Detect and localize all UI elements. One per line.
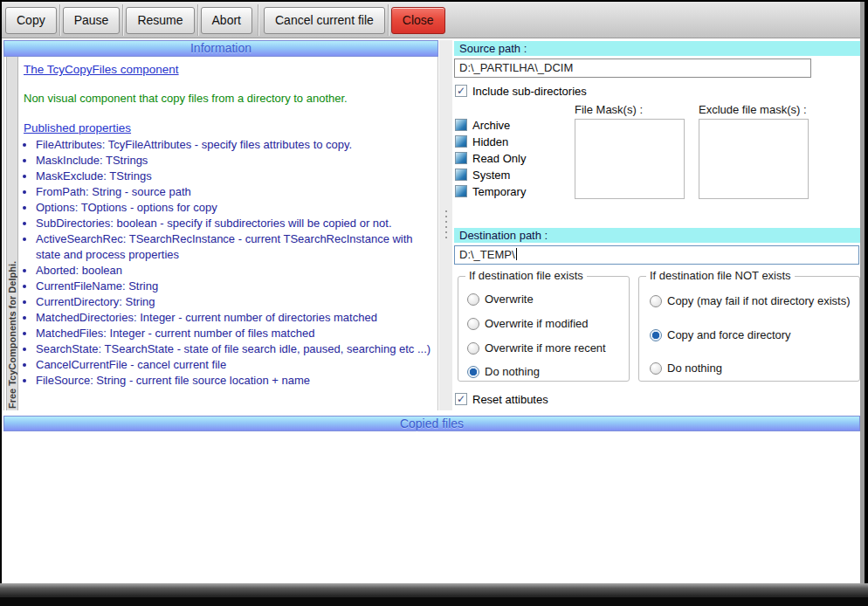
property-item: MaskInclude: TStrings: [36, 153, 434, 169]
destination-path-input[interactable]: D:\_TEMP\: [454, 245, 859, 265]
cancel-current-file-button[interactable]: Cancel current file: [264, 7, 385, 34]
main-area: Information The TcyCopyFiles component N…: [2, 38, 860, 583]
if-not-exists-groupbox: If destination file NOT exists Copy (may…: [638, 276, 860, 382]
abort-button[interactable]: Abort: [201, 7, 252, 34]
checkbox-label: Read Only: [472, 152, 526, 165]
radio-icon: [467, 342, 479, 355]
toolbar: Copy Pause Resume Abort Cancel current f…: [2, 2, 860, 38]
copied-files-list[interactable]: [3, 431, 860, 583]
window-bottom-bar: [0, 583, 868, 597]
system-checkbox[interactable]: System: [455, 168, 526, 182]
radio-copy-may-fail[interactable]: Copy (may fail if not directory exists): [650, 294, 851, 307]
radio-icon: [650, 295, 662, 307]
checkbox-filled-icon: [455, 135, 467, 148]
checkbox-filled-icon: [455, 185, 467, 197]
checkbox-label: Hidden: [472, 135, 508, 148]
file-masks-listbox[interactable]: [575, 119, 685, 199]
file-attributes-group: Archive Hidden Read Only System Temporar…: [455, 118, 526, 201]
reset-attributes-checkbox[interactable]: ✓ Reset attibutes: [455, 392, 548, 406]
property-item: FileAttributes: TcyFileAttributes - spec…: [36, 137, 434, 153]
radio-label: Do nothing: [485, 365, 540, 378]
property-item: FileSource: String - current file source…: [36, 373, 434, 389]
source-path-label: Source path :: [454, 41, 861, 56]
checkbox-label: System: [472, 169, 510, 182]
radio-icon: [467, 318, 479, 330]
groupbox-legend: If destination file NOT exists: [646, 269, 795, 282]
radio-copy-and-force-directory[interactable]: Copy and force directory: [650, 328, 791, 341]
vertical-brand-label: Free TcyComponents for Delphi.: [6, 57, 18, 410]
source-path-input[interactable]: D:\_PARTILHA\_DCIM: [454, 59, 811, 78]
include-subdirectories-checkbox[interactable]: ✓ Include sub-directories: [455, 84, 587, 98]
property-item: MatchedDirectories: Integer - current nu…: [36, 310, 434, 326]
hidden-checkbox[interactable]: Hidden: [455, 134, 526, 148]
published-properties-heading: Published properties: [24, 121, 434, 136]
radio-label: Overwrite if more recent: [485, 341, 606, 355]
property-list: FileAttributes: TcyFileAttributes - spec…: [36, 137, 434, 389]
radio-overwrite-if-modified[interactable]: Overwrite if modified: [467, 317, 588, 330]
radio-icon: [467, 293, 479, 306]
component-title-link[interactable]: The TcyCopyFiles component: [24, 62, 434, 78]
property-item: SubDirectories: boolean - specify if sub…: [36, 216, 434, 231]
property-item: MaskExclude: TStrings: [36, 169, 434, 184]
checkbox-label: Include sub-directories: [472, 85, 587, 98]
radio-selected-icon: [650, 329, 662, 341]
exclude-masks-listbox[interactable]: [699, 119, 809, 199]
groupbox-legend: If destination file exists: [465, 269, 587, 282]
radio-label: Copy and force directory: [667, 328, 791, 341]
radio-label: Do nothing: [667, 362, 722, 375]
property-item: FromPath: String - source path: [36, 184, 434, 200]
exclude-masks-label: Exclude file mask(s) :: [699, 103, 807, 116]
checkbox-filled-icon: [455, 152, 467, 164]
text-caret: [516, 248, 517, 260]
checkbox-label: Temporary: [472, 185, 526, 198]
property-item: SearchState: TSearchState - state of fil…: [36, 341, 434, 357]
radio-label: Copy (may fail if not directory exists): [667, 294, 851, 307]
checkbox-checked-icon: ✓: [455, 393, 467, 405]
radio-overwrite-if-more-recent[interactable]: Overwrite if more recent: [467, 341, 606, 355]
radio-label: Overwrite: [485, 293, 534, 306]
checkbox-filled-icon: [455, 119, 467, 131]
pause-button[interactable]: Pause: [63, 7, 121, 34]
archive-checkbox[interactable]: Archive: [455, 118, 526, 132]
checkbox-checked-icon: ✓: [455, 85, 467, 97]
property-item: ActiveSearchRec: TSearchRecInstance - cu…: [36, 231, 434, 263]
temporary-checkbox[interactable]: Temporary: [455, 184, 526, 198]
destination-path-label: Destination path :: [454, 228, 861, 243]
component-description: Non visual component that copy files fro…: [24, 91, 434, 107]
read-only-checkbox[interactable]: Read Only: [455, 151, 526, 165]
toolbar-separator: [388, 4, 389, 36]
vertical-brand-text: Free TcyComponents for Delphi.: [7, 261, 17, 410]
property-item: Options: TOptions - options for copy: [36, 200, 434, 216]
copied-files-header: Copied files: [3, 416, 860, 431]
radio-icon: [650, 362, 662, 375]
toolbar-separator: [258, 4, 258, 36]
toolbar-separator: [122, 4, 123, 36]
close-button[interactable]: Close: [391, 7, 445, 34]
radio-do-nothing-exists[interactable]: Do nothing: [467, 365, 540, 378]
property-item: CancelCurrentFile - cancel current file: [36, 357, 434, 373]
radio-label: Overwrite if modified: [485, 317, 588, 330]
property-item: CurrentFileName: String: [36, 279, 434, 294]
resume-button[interactable]: Resume: [126, 7, 194, 34]
property-item: MatchedFiles: Integer - current number o…: [36, 326, 434, 341]
information-panel-header: Information: [3, 40, 438, 57]
window-right-border: [860, 2, 865, 583]
toolbar-separator: [197, 4, 198, 36]
radio-do-nothing-not-exists[interactable]: Do nothing: [650, 362, 722, 375]
property-item: Aborted: boolean: [36, 263, 434, 279]
destination-path-value: D:\_TEMP\: [459, 248, 515, 261]
copy-button[interactable]: Copy: [5, 7, 57, 34]
splitter-grip-icon: [445, 210, 447, 240]
radio-selected-icon: [467, 366, 479, 378]
panel-splitter[interactable]: [439, 40, 452, 410]
information-panel: The TcyCopyFiles component Non visual co…: [3, 57, 438, 410]
checkbox-label: Archive: [472, 119, 510, 132]
checkbox-label: Reset attibutes: [472, 393, 548, 406]
window-bottom-edge: [0, 597, 868, 606]
if-exists-groupbox: If destination file exists Overwrite Ove…: [458, 276, 630, 382]
radio-overwrite[interactable]: Overwrite: [467, 293, 534, 306]
toolbar-separator: [59, 4, 60, 36]
property-item: CurrentDirectory: String: [36, 294, 434, 310]
file-masks-label: File Mask(s) :: [575, 103, 643, 116]
checkbox-filled-icon: [455, 169, 467, 181]
